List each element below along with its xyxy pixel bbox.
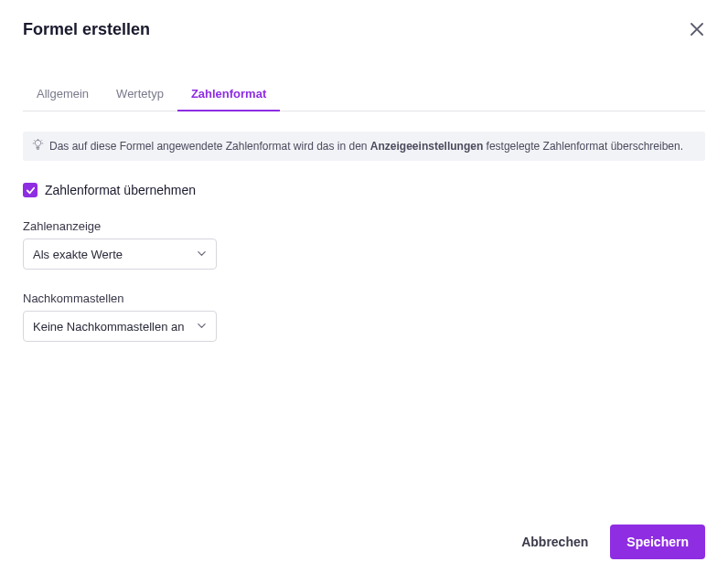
- lightbulb-icon: [32, 139, 44, 154]
- decimals-value: Keine Nachkommastellen an: [33, 320, 191, 334]
- dialog-title: Formel erstellen: [23, 20, 150, 39]
- cancel-button[interactable]: Abbrechen: [518, 525, 592, 558]
- info-text-bold: Anzeigeeinstellungen: [370, 140, 483, 153]
- close-icon[interactable]: [691, 23, 705, 37]
- decimals-field: Nachkommastellen Keine Nachkommastellen …: [23, 292, 705, 342]
- info-text: Das auf diese Formel angewendete Zahlenf…: [49, 140, 683, 153]
- override-number-format-row: Zahlenformat übernehmen: [23, 183, 705, 197]
- dialog-footer: Abbrechen Speichern: [23, 501, 705, 583]
- tab-number-format[interactable]: Zahlenformat: [177, 78, 280, 111]
- create-formula-dialog: Formel erstellen Allgemein Wertetyp Zahl…: [0, 0, 728, 583]
- chevron-down-icon: [197, 248, 207, 261]
- number-display-field: Zahlenanzeige Als exakte Werte: [23, 219, 705, 270]
- info-banner: Das auf diese Formel angewendete Zahlenf…: [23, 132, 705, 161]
- number-display-select[interactable]: Als exakte Werte: [23, 238, 217, 270]
- number-display-label: Zahlenanzeige: [23, 219, 705, 233]
- tab-general[interactable]: Allgemein: [23, 78, 102, 111]
- decimals-label: Nachkommastellen: [23, 292, 705, 305]
- dialog-header: Formel erstellen: [23, 20, 705, 39]
- override-number-format-checkbox[interactable]: [23, 183, 37, 197]
- save-button[interactable]: Speichern: [610, 525, 705, 559]
- info-text-pre: Das auf diese Formel angewendete Zahlenf…: [49, 140, 370, 153]
- override-number-format-label: Zahlenformat übernehmen: [45, 183, 196, 197]
- info-text-post: festgelegte Zahlenformat überschreiben.: [483, 140, 683, 153]
- tab-value-type[interactable]: Wertetyp: [102, 78, 177, 111]
- decimals-select[interactable]: Keine Nachkommastellen an: [23, 311, 217, 342]
- chevron-down-icon: [197, 320, 207, 334]
- number-display-value: Als exakte Werte: [33, 248, 191, 261]
- tabs: Allgemein Wertetyp Zahlenformat: [23, 78, 705, 111]
